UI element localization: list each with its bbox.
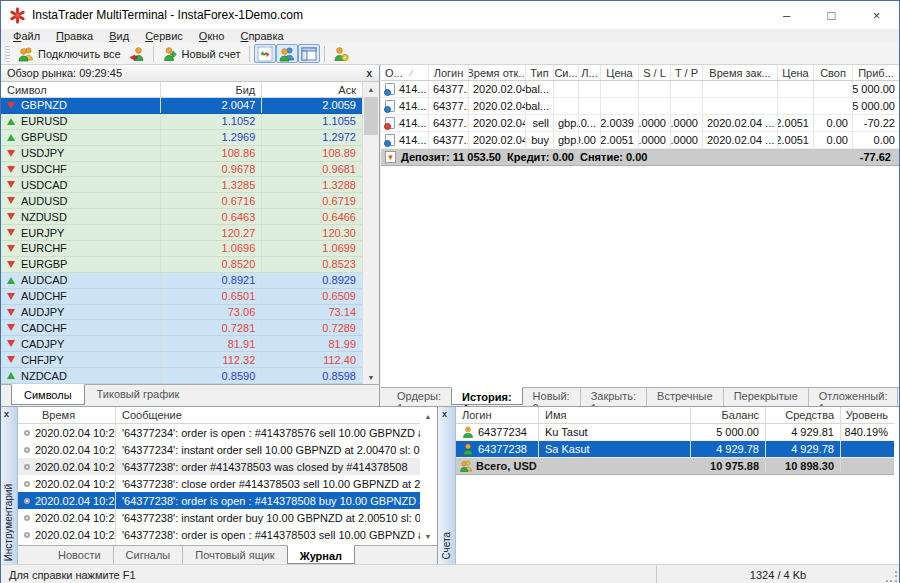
market-row[interactable]: AUDCHF 0.6501 0.6509: [1, 289, 362, 305]
orders-header: О...∕ Логин Время отк... Тип Си... Л... …: [381, 65, 899, 81]
market-row[interactable]: AUDUSD 0.6716 0.6719: [1, 193, 362, 209]
equity-column-header[interactable]: Средства: [766, 407, 841, 423]
disconnect-all-button[interactable]: [125, 44, 149, 63]
resize-grip[interactable]: [886, 571, 898, 583]
toolbox-tab[interactable]: Сигналы: [113, 546, 183, 565]
market-row[interactable]: USDCAD 1.3285 1.3288: [1, 177, 362, 193]
message-column-header[interactable]: Сообщение: [116, 407, 437, 423]
market-row[interactable]: AUDCAD 0.8921 0.8929: [1, 273, 362, 289]
scroll-up-icon[interactable]: ▲: [363, 82, 379, 96]
orders-tab[interactable]: Перекрытые: [723, 388, 808, 406]
market-row[interactable]: NZDCAD 0.8590 0.8598: [1, 368, 362, 384]
market-row[interactable]: AUDJPY 73.06 73.14: [1, 305, 362, 321]
account-row[interactable]: 64377234 Ku Tasut 5 000.00 4 929.81 840.…: [456, 424, 894, 441]
orders-tab[interactable]: Закрыть: 1: [580, 388, 646, 406]
account-settings-button[interactable]: [329, 44, 353, 63]
orders-tab[interactable]: Ордеры: 1: [387, 388, 451, 406]
journal-row[interactable]: 2020.02.04 10:29:... '64377234': instant…: [18, 441, 420, 458]
symbol-column-header[interactable]: Символ: [1, 82, 161, 97]
connect-all-button[interactable]: Подключить все: [14, 44, 125, 63]
order-row[interactable]: 414... 64377... 2020.02.04 ... buy gbp..…: [381, 132, 899, 149]
toolbox-tab[interactable]: Почтовый ящик: [182, 546, 286, 565]
market-row[interactable]: EURJPY 120.27 120.30: [1, 225, 362, 241]
menu-item[interactable]: Вид: [101, 29, 137, 43]
new-account-button[interactable]: Новый счет: [158, 44, 245, 63]
toolbox-close-icon[interactable]: x: [4, 409, 9, 419]
order-row[interactable]: 414... 64377... 2020.02.04 ... bal... 5 …: [381, 98, 899, 115]
name-column-header[interactable]: Имя: [539, 407, 691, 423]
toolbox-tab[interactable]: Журнал: [287, 545, 355, 564]
journal-scrollbar[interactable]: ▲ ▼: [420, 407, 437, 545]
order-row[interactable]: 414... 64377... 2020.02.04 ... bal... 5 …: [381, 81, 899, 98]
sl-column-header[interactable]: S / L: [639, 65, 671, 80]
close-price-column-header[interactable]: Цена: [778, 65, 814, 80]
journal-row[interactable]: 2020.02.04 10:28:... '64377238': order i…: [18, 526, 420, 543]
close-button[interactable]: ×: [854, 1, 899, 29]
market-row[interactable]: EURCHF 1.0696 1.0699: [1, 241, 362, 257]
market-watch-scrollbar[interactable]: ▲ ▼: [362, 82, 379, 384]
market-row[interactable]: NZDUSD 0.6463 0.6466: [1, 209, 362, 225]
menu-item[interactable]: Правка: [48, 29, 101, 43]
profit-column-header[interactable]: Приб...: [853, 65, 899, 80]
market-row[interactable]: USDJPY 108.86 108.89: [1, 146, 362, 162]
market-row[interactable]: CADCHF 0.7281 0.7289: [1, 320, 362, 336]
market-watch-toggle-button[interactable]: [254, 44, 276, 63]
accounts-toggle-button[interactable]: [276, 44, 298, 63]
accounts-close-icon[interactable]: x: [442, 409, 447, 419]
orders-tab[interactable]: Отложенный: 1: [808, 388, 898, 406]
order-column-header[interactable]: О...∕: [381, 65, 429, 80]
swap-column-header[interactable]: Своп: [814, 65, 853, 80]
market-watch-tab[interactable]: Тиковый график: [85, 385, 192, 406]
menu-item[interactable]: Файл: [5, 29, 48, 43]
symbol-name: GBPUSD: [21, 131, 67, 143]
market-row[interactable]: GBPNZD 2.0047 2.0059: [1, 98, 362, 114]
orders-tab[interactable]: Новый: 2: [523, 388, 580, 406]
orders-tab[interactable]: История: 4: [451, 387, 523, 405]
toolbar-separator: [249, 46, 250, 62]
market-row[interactable]: USDCHF 0.9678 0.9681: [1, 162, 362, 178]
toolbox-side-strip[interactable]: x Инструментарий: [1, 407, 18, 565]
menu-item[interactable]: Окно: [191, 29, 233, 43]
open-time-column-header[interactable]: Время отк...: [469, 65, 526, 80]
level-column-header[interactable]: Уровень: [841, 407, 894, 423]
scroll-down-icon[interactable]: ▼: [420, 529, 436, 543]
price-column-header[interactable]: Цена: [601, 65, 639, 80]
symbol-column-header[interactable]: Си...: [554, 65, 579, 80]
journal-row[interactable]: 2020.02.04 10:28:... '64377238': order #…: [18, 458, 420, 475]
market-row[interactable]: EURGBP 0.8520 0.8523: [1, 257, 362, 273]
login-column-header[interactable]: Логин: [429, 65, 469, 80]
order-row[interactable]: 414... 64377... 2020.02.04 ... sell gbp.…: [381, 115, 899, 132]
maximize-button[interactable]: □: [809, 1, 854, 29]
bid-column-header[interactable]: Бид: [161, 82, 263, 97]
market-row[interactable]: CADJPY 81.91 81.99: [1, 336, 362, 352]
balance-column-header[interactable]: Баланс: [691, 407, 766, 423]
toolbox-tab[interactable]: Новости: [46, 546, 113, 565]
ask-column-header[interactable]: Аск: [262, 82, 362, 97]
time-column-header[interactable]: Время: [18, 407, 116, 423]
journal-row[interactable]: 2020.02.04 10:28:... '64377238': close o…: [18, 475, 420, 492]
orders-tab[interactable]: Встречные: [646, 388, 723, 406]
market-row[interactable]: EURUSD 1.1052 1.1055: [1, 114, 362, 130]
minimize-button[interactable]: –: [764, 1, 809, 29]
scroll-up-icon[interactable]: ▲: [420, 409, 436, 423]
login-column-header[interactable]: Логин: [456, 407, 539, 423]
market-row[interactable]: CHFJPY 112.32 112.40: [1, 352, 362, 368]
account-row[interactable]: 64377238 Sa Kasut 4 929.78 4 929.78: [456, 441, 894, 458]
lots-column-header[interactable]: Л...: [579, 65, 601, 80]
market-watch-tab[interactable]: Символы: [11, 384, 85, 405]
menu-item[interactable]: Сервис: [137, 29, 191, 43]
journal-row[interactable]: 2020.02.04 10:28:... '64377238': order i…: [18, 492, 420, 509]
journal-row[interactable]: 2020.02.04 10:29:... '64377234': order i…: [18, 424, 420, 441]
tp-column-header[interactable]: T / P: [671, 65, 703, 80]
scroll-down-icon[interactable]: ▼: [363, 370, 379, 384]
journal-row[interactable]: 2020.02.04 10:28:... '64377238': instant…: [18, 509, 420, 526]
close-time-column-header[interactable]: Время зак...: [703, 65, 778, 80]
menu-item[interactable]: Справка: [232, 29, 291, 43]
toolbar-grip[interactable]: [5, 46, 10, 62]
market-watch-close-icon[interactable]: x: [364, 68, 374, 79]
scrollbar-thumb[interactable]: [364, 97, 378, 135]
toolbox-toggle-button[interactable]: [298, 44, 320, 63]
type-column-header[interactable]: Тип: [526, 65, 554, 80]
market-row[interactable]: GBPUSD 1.2969 1.2972: [1, 130, 362, 146]
accounts-side-strip[interactable]: x Счета: [439, 407, 456, 564]
